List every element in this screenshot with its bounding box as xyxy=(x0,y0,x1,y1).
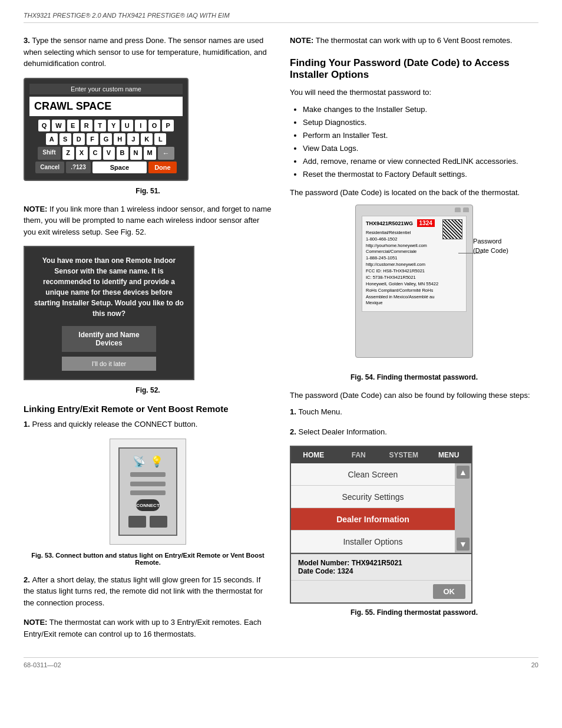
menu-nav-bar: HOME FAN SYSTEM MENU xyxy=(291,447,471,463)
fig53-label: Fig. 53. Connect button and status light… xyxy=(24,552,272,566)
key-u[interactable]: U xyxy=(121,120,133,131)
nav-system[interactable]: SYSTEM xyxy=(381,447,427,463)
password-steps-intro: The password (Date Code) can also be fou… xyxy=(290,390,538,401)
key-done[interactable]: Done xyxy=(148,162,177,173)
key-l[interactable]: L xyxy=(154,133,166,145)
note-vent: NOTE: The thermostat can work with up to… xyxy=(290,35,538,47)
key-z[interactable]: Z xyxy=(62,147,74,160)
keyboard-title: Enter your custom name xyxy=(29,84,183,94)
thermostat-back-figure: THX9421R5021WG 1324 Residential/Résident… xyxy=(338,205,491,370)
nav-fan[interactable]: FAN xyxy=(336,447,382,463)
connect-bar-3 xyxy=(130,490,166,495)
thermostat-sticker: THX9421R5021WG 1324 Residential/Résident… xyxy=(362,216,467,312)
key-i[interactable]: I xyxy=(135,120,147,131)
nav-home[interactable]: HOME xyxy=(291,447,336,463)
key-symbols[interactable]: .?123 xyxy=(66,162,91,173)
password-heading: Finding Your Password (Date Code) to Acc… xyxy=(290,57,538,81)
fig55-label: Fig. 55. Finding thermostat password. xyxy=(290,608,538,617)
key-d[interactable]: D xyxy=(73,133,85,145)
key-p[interactable]: P xyxy=(162,120,174,131)
identify-devices-button[interactable]: Identify and Name Devices xyxy=(62,326,156,352)
key-backspace[interactable]: ← xyxy=(158,147,174,160)
key-j[interactable]: J xyxy=(127,133,139,145)
menu-rows-container: Clean Screen Security Settings Dealer In… xyxy=(291,463,471,553)
key-s[interactable]: S xyxy=(59,133,71,145)
col-right: NOTE: The thermostat can work with up to… xyxy=(290,35,538,645)
menu-row-security-settings[interactable]: Security Settings xyxy=(291,486,455,508)
thermostat-back-visual: THX9421R5021WG 1324 Residential/Résident… xyxy=(355,205,473,358)
connect-bottom xyxy=(124,516,171,528)
bullet-5: Add, remove, rename or view connected Re… xyxy=(303,155,538,168)
menu-row-clean-screen[interactable]: Clean Screen xyxy=(291,463,455,486)
annotation-line-h xyxy=(458,253,482,253)
key-t[interactable]: T xyxy=(94,120,106,131)
ok-button[interactable]: OK xyxy=(433,584,466,599)
key-cancel[interactable]: Cancel xyxy=(35,162,64,173)
bullet-4: View Data Logs. xyxy=(303,142,538,155)
thermo-qr-code xyxy=(442,219,462,239)
key-m[interactable]: M xyxy=(144,147,156,160)
page-header: THX9321 PRESTIGE® 2.0 AND THX9421 PRESTI… xyxy=(24,12,538,23)
thermo-model-num: THX9421R5021WG 1324 xyxy=(366,219,442,228)
key-f[interactable]: F xyxy=(87,133,98,145)
key-space[interactable]: Space xyxy=(92,162,147,173)
key-e[interactable]: E xyxy=(67,120,79,131)
key-q[interactable]: Q xyxy=(38,120,51,131)
nav-menu[interactable]: MENU xyxy=(427,447,472,463)
step3-num: 3. xyxy=(24,36,30,45)
menu-rows: Clean Screen Security Settings Dealer In… xyxy=(291,463,455,553)
key-v[interactable]: V xyxy=(103,147,115,160)
key-g[interactable]: G xyxy=(100,133,113,145)
key-k[interactable]: K xyxy=(141,133,153,145)
note-label: NOTE: xyxy=(24,205,49,213)
key-b[interactable]: B xyxy=(117,147,128,160)
thermo-code: 1324 xyxy=(417,219,435,227)
pw-step1-num: 1. xyxy=(290,407,298,416)
step2-num: 2. xyxy=(24,575,32,584)
page-container: THX9321 PRESTIGE® 2.0 AND THX9421 PRESTI… xyxy=(0,0,562,680)
key-h[interactable]: H xyxy=(114,133,125,145)
scroll-down-button[interactable]: ▼ xyxy=(457,538,470,551)
key-o[interactable]: O xyxy=(148,120,161,131)
connect-figure-wrap: 📡 💡 CONNECT xyxy=(24,439,272,548)
key-w[interactable]: W xyxy=(52,120,65,131)
sticker-left: THX9421R5021WG 1324 Residential/Résident… xyxy=(366,219,442,307)
key-x[interactable]: X xyxy=(76,147,88,160)
do-later-button[interactable]: I'll do it later xyxy=(62,357,156,371)
password-step1: 1. Touch Menu. xyxy=(290,406,538,418)
key-n[interactable]: N xyxy=(130,147,142,160)
bullet-1: Make changes to the Installer Setup. xyxy=(303,103,538,116)
menu-info-bar: Model Number: THX9421R5021 Date Code: 13… xyxy=(291,553,471,580)
password-intro: You will need the thermostat password to… xyxy=(290,87,538,98)
keyboard-input[interactable]: CRAWL SPACE xyxy=(29,97,183,116)
connect-figure: 📡 💡 CONNECT xyxy=(110,439,186,545)
menu-row-dealer-information[interactable]: Dealer Information xyxy=(291,508,455,531)
warning-text: You have more than one Remote Indoor Sen… xyxy=(33,255,185,319)
key-a[interactable]: A xyxy=(46,133,58,145)
scroll-buttons: ▲ ▼ xyxy=(455,463,471,553)
connect-button[interactable]: CONNECT xyxy=(136,499,160,511)
menu-ok-row: OK xyxy=(291,580,471,602)
menu-ui: HOME FAN SYSTEM MENU Clean Screen Securi… xyxy=(290,446,472,604)
menu-row-installer-options[interactable]: Installer Options xyxy=(291,531,455,553)
connect-bar-2 xyxy=(130,482,166,486)
step1-num: 1. xyxy=(24,420,32,429)
connect-inner: 📡 💡 CONNECT xyxy=(118,447,177,536)
keyboard-ui: Enter your custom name CRAWL SPACE Q W E… xyxy=(24,78,189,181)
connect-icons-top: 📡 💡 xyxy=(133,455,163,468)
thermostat-bumps xyxy=(356,205,472,213)
password-step2: 2. Select Dealer Information. xyxy=(290,426,538,438)
key-r[interactable]: R xyxy=(81,120,92,131)
key-c[interactable]: C xyxy=(90,147,101,160)
key-shift[interactable]: Shift xyxy=(38,147,60,160)
bullet-2: Setup Diagnostics. xyxy=(303,116,538,129)
keyboard-row-4: Cancel .?123 Space Done xyxy=(29,162,183,173)
two-col-layout: 3. Type the sensor name and press Done. … xyxy=(24,35,538,645)
note-entry-label: NOTE: xyxy=(24,618,47,627)
scroll-up-button[interactable]: ▲ xyxy=(457,466,470,479)
sticker-top: THX9421R5021WG 1324 Residential/Résident… xyxy=(366,219,462,307)
password-bullet-list: Make changes to the Installer Setup. Set… xyxy=(290,103,538,182)
password-body: The password (Date Code) is located on t… xyxy=(290,187,538,199)
pw-step2-num: 2. xyxy=(290,427,298,436)
key-y[interactable]: Y xyxy=(108,120,120,131)
